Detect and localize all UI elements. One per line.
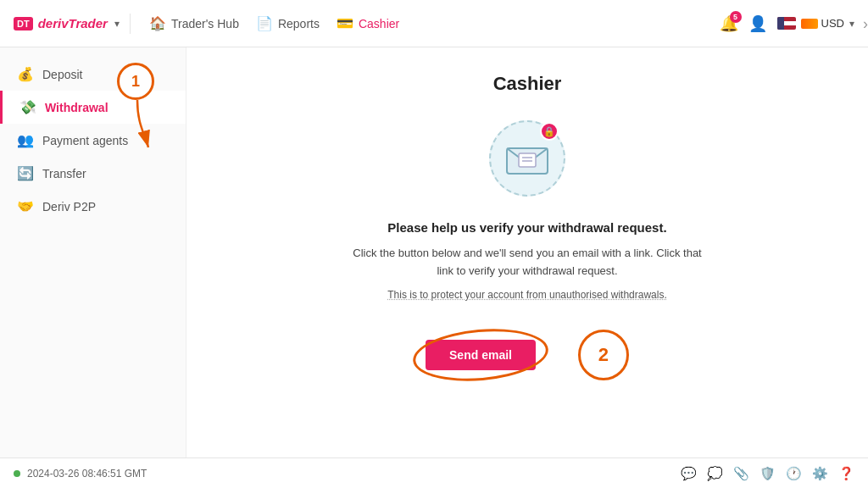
sidebar-item-deriv-p2p[interactable]: 🤝 Deriv P2P xyxy=(0,190,186,223)
deriv-p2p-icon: 🤝 xyxy=(17,198,34,214)
nav-cashier-label: Cashier xyxy=(359,17,399,30)
header: DT derivTrader ▾ 🏠 Trader's Hub 📄 Report… xyxy=(0,0,868,47)
payment-agents-icon: 👥 xyxy=(17,132,34,148)
online-status-dot xyxy=(14,470,20,477)
user-profile-button[interactable]: 👤 xyxy=(748,14,767,33)
transfer-icon: 🔄 xyxy=(17,165,34,181)
sidebar-item-transfer[interactable]: 🔄 Transfer xyxy=(0,157,186,190)
page-title: Cashier xyxy=(493,73,562,95)
button-annotation-wrapper: Send email 2 xyxy=(426,330,629,380)
currency-chevron[interactable]: ▾ xyxy=(849,18,854,30)
sidebar-item-transfer-label: Transfer xyxy=(42,167,86,180)
sidebar-item-deposit[interactable]: 💰 Deposit xyxy=(0,58,186,91)
currency-selector[interactable]: USD ▾ xyxy=(777,17,854,30)
deposit-icon: 💰 xyxy=(17,66,34,82)
clock-icon[interactable]: 🕐 xyxy=(786,466,802,481)
currency-label: USD xyxy=(821,17,844,30)
sidebar: 💰 Deposit 💸 Withdrawal 👥 Payment agents … xyxy=(0,47,186,458)
settings-icon[interactable]: ⚙️ xyxy=(812,466,828,481)
envelope-svg xyxy=(505,141,549,175)
protect-text: This is to protect your account from una… xyxy=(387,289,666,301)
lock-badge: 🔒 xyxy=(540,122,559,141)
orange-flag xyxy=(801,19,818,29)
svg-rect-1 xyxy=(519,153,536,167)
whatsapp-icon[interactable]: 💬 xyxy=(681,466,697,481)
header-dropdown-chevron[interactable]: ▾ xyxy=(114,18,120,30)
cashier-icon: 💳 xyxy=(337,15,353,31)
flag-icon xyxy=(777,17,796,30)
logo-area[interactable]: DT derivTrader ▾ xyxy=(14,16,120,30)
sidebar-item-withdrawal-label: Withdrawal xyxy=(45,101,108,114)
footer-left: 2024-03-26 08:46:51 GMT xyxy=(14,468,147,480)
verify-subtitle: Click the button below and we'll send yo… xyxy=(349,245,705,280)
reports-icon: 📄 xyxy=(256,15,273,31)
nav-reports[interactable]: 📄 Reports xyxy=(248,10,328,36)
footer-timestamp: 2024-03-26 08:46:51 GMT xyxy=(27,468,147,480)
footer-icons: 💬 💭 📎 🛡️ 🕐 ⚙️ ❓ xyxy=(681,466,854,481)
paperclip-icon[interactable]: 📎 xyxy=(733,466,749,481)
verify-title: Please help us verify your withdrawal re… xyxy=(387,220,666,235)
withdrawal-illustration: 🔒 xyxy=(489,120,565,197)
nav-cashier[interactable]: 💳 Cashier xyxy=(328,10,408,36)
logo-badge: DT xyxy=(14,17,33,30)
brand-name: derivTrader xyxy=(38,16,108,30)
nav-traders-hub-label: Trader's Hub xyxy=(171,17,239,30)
sidebar-item-payment-agents-label: Payment agents xyxy=(42,134,128,147)
annotation-number-2: 2 xyxy=(578,330,629,380)
chat-icon[interactable]: 💭 xyxy=(707,466,723,481)
shield-icon[interactable]: 🛡️ xyxy=(760,466,776,481)
notification-badge: 5 xyxy=(730,11,742,23)
sidebar-item-payment-agents[interactable]: 👥 Payment agents xyxy=(0,124,186,157)
nav-traders-hub[interactable]: 🏠 Trader's Hub xyxy=(141,10,248,36)
sidebar-item-deposit-label: Deposit xyxy=(42,68,82,81)
send-email-button[interactable]: Send email xyxy=(426,340,536,370)
notifications-button[interactable]: 🔔 5 xyxy=(720,14,738,33)
sidebar-item-deriv-p2p-label: Deriv P2P xyxy=(42,200,96,214)
nav-reports-label: Reports xyxy=(278,17,320,30)
main-layout: 💰 Deposit 💸 Withdrawal 👥 Payment agents … xyxy=(0,47,868,458)
header-divider xyxy=(130,14,131,34)
help-icon[interactable]: ❓ xyxy=(838,466,854,481)
sidebar-item-withdrawal[interactable]: 💸 Withdrawal xyxy=(0,91,186,124)
header-right: 🔔 5 👤 USD ▾ xyxy=(720,14,854,33)
home-icon: 🏠 xyxy=(149,15,166,31)
footer: 2024-03-26 08:46:51 GMT 💬 💭 📎 🛡️ 🕐 ⚙️ ❓ xyxy=(0,458,868,488)
annotation-2-circle: 2 xyxy=(578,330,629,380)
main-content: Cashier 🔒 Please help us verify your xyxy=(186,47,868,458)
send-email-wrapper: Send email xyxy=(426,340,536,370)
expand-right-button[interactable]: › xyxy=(863,14,868,32)
withdrawal-icon: 💸 xyxy=(19,99,36,115)
